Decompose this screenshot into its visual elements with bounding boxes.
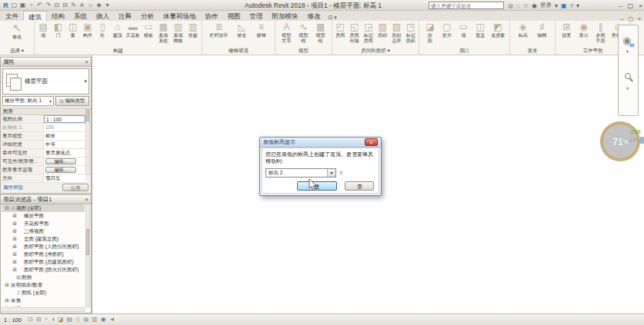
ribbon-display-toggle-icon[interactable]: ⊡ ▾ — [325, 15, 340, 21]
curtain-grid-button[interactable]: ▥幕墙 网格 — [172, 22, 185, 43]
subscription-icon[interactable]: ◌ — [516, 2, 520, 9]
no-button[interactable]: 否 — [345, 181, 374, 191]
visual-style-icon[interactable]: ⊟ — [36, 314, 42, 325]
tree-item-groups[interactable]: ⊞◳组 — [2, 304, 85, 307]
account-icon[interactable]: ◉ — [532, 2, 537, 9]
help-caret-icon[interactable]: ▾ — [576, 2, 579, 9]
grid-button[interactable]: ♯轴网 — [536, 22, 548, 38]
room-separator-button[interactable]: ◱房间 分隔 — [349, 22, 361, 43]
type-selector[interactable]: 楼层平面 ▾ — [2, 68, 89, 95]
area-boundary-button[interactable]: ▨面积 边界 — [390, 22, 402, 43]
tree-item-legends[interactable]: ▤图例 — [2, 274, 85, 281]
reveal-hidden-icon[interactable]: ◍ — [83, 314, 88, 325]
model-line-button[interactable]: ∿模型 线 — [298, 22, 310, 43]
expand-icon[interactable]: ⊞ — [12, 267, 18, 273]
view-minimize-button[interactable]: – — [620, 16, 623, 22]
orientation-value[interactable]: 项目北 — [44, 174, 85, 182]
undo-icon[interactable]: ↶ — [35, 0, 44, 11]
tree-item-area-plan-net[interactable]: ⊞面积平面 (净面积) — [2, 250, 85, 258]
close-button[interactable]: × — [639, 2, 642, 9]
tab-structure[interactable]: 结构 — [47, 11, 69, 21]
floor-button[interactable]: ▭楼板 — [142, 22, 155, 38]
tab-file[interactable]: 文件 — [1, 11, 23, 21]
revit-logo-icon[interactable]: R — [2, 0, 10, 11]
browser-hscrollbar[interactable] — [2, 307, 85, 312]
project-browser-close-icon[interactable]: × — [85, 196, 88, 204]
help-icon[interactable]: ? — [569, 2, 572, 9]
collapse-icon[interactable]: ⊟ — [4, 205, 10, 211]
constraints-icon[interactable]: ◄ — [109, 314, 115, 325]
area-button[interactable]: ▧面积 — [376, 22, 389, 38]
browser-scroll-thumb[interactable] — [86, 229, 89, 255]
crop-view-icon[interactable]: ◪ — [58, 314, 64, 325]
browser-scrollbar[interactable] — [85, 205, 90, 307]
expand-icon[interactable]: ⊞ — [12, 221, 18, 227]
tree-item-views-all[interactable]: ⊟◎视图 (全部) — [2, 204, 85, 212]
maximize-button[interactable]: ▢ — [628, 2, 634, 9]
expand-icon[interactable]: ⊞ — [4, 282, 10, 288]
expand-icon[interactable]: ⊞ — [12, 251, 18, 257]
panel-room-area-label[interactable]: 房间和面积 ▾ — [332, 47, 419, 55]
window-button[interactable]: ◫窗 — [67, 22, 79, 38]
tab-view[interactable]: 视图 — [223, 11, 245, 21]
default-3d-view-icon[interactable]: ⌂ — [86, 0, 95, 11]
exchange-apps-icon[interactable]: ▣ — [561, 2, 567, 9]
model-text-button[interactable]: A模型 文字 — [280, 22, 292, 43]
navbar-options-icon[interactable]: ◦ — [636, 26, 637, 31]
edit-type-button[interactable]: ⧉ 编辑类型 — [55, 96, 89, 106]
search-icon[interactable]: ◎ — [508, 2, 513, 9]
railing-button[interactable]: ≣栏杆扶手 — [210, 22, 229, 38]
display-options-edit-button[interactable]: 编辑... — [45, 167, 76, 173]
shadows-icon[interactable]: ◑ — [51, 314, 55, 325]
properties-scroll-thumb[interactable] — [86, 109, 89, 121]
tree-item-area-plan-civil-defense[interactable]: ⊞面积平面 (人防分区面积) — [2, 243, 85, 250]
curtain-system-button[interactable]: ▦幕墙 系统 — [157, 22, 169, 43]
properties-header[interactable]: 属性 × — [1, 58, 91, 67]
sync-icon[interactable]: ◔ — [27, 0, 35, 11]
open-icon[interactable]: ▢ — [10, 0, 18, 11]
expand-icon[interactable]: ⊞ — [12, 259, 18, 265]
instance-combo[interactable]: 楼层平面: 标高 1 ▾ — [2, 96, 54, 106]
properties-close-icon[interactable]: × — [85, 58, 88, 66]
tab-annotate[interactable]: 注释 — [114, 11, 136, 21]
tab-addins[interactable]: 附加模块 — [268, 11, 303, 21]
door-button[interactable]: ◧门 — [52, 22, 65, 38]
sun-path-icon[interactable]: ◔ — [44, 314, 48, 325]
yes-button[interactable]: 是 — [297, 181, 337, 191]
dormer-button[interactable]: ◩老虎窗 — [491, 22, 505, 38]
section-graphics[interactable]: 图形 ▴ — [1, 108, 91, 115]
ramp-button[interactable]: ◺坡道 — [235, 22, 248, 38]
tag-icon[interactable]: ✎ — [69, 0, 78, 11]
tree-item-ceiling-plans[interactable]: ⊞天花板平面 — [2, 220, 85, 227]
expand-icon[interactable]: ⊞ — [12, 228, 18, 234]
ceiling-button[interactable]: ▬天花板 — [126, 22, 140, 38]
tree-item-area-plan-fire[interactable]: ⊞面积平面 (防火分区面积) — [2, 266, 85, 274]
vertical-opening-button[interactable]: ◫垂直 — [474, 22, 486, 38]
properties-help-link[interactable]: 属性帮助 — [3, 184, 23, 191]
tree-item-families[interactable]: ⊞▣族 — [2, 297, 85, 304]
measure-icon[interactable]: ⊟ — [61, 0, 69, 11]
qat-customize-icon[interactable]: ▾ — [103, 0, 112, 11]
level-button[interactable]: ◈标高 — [517, 22, 529, 38]
model-group-button[interactable]: ▩模型 组 — [315, 22, 327, 43]
tab-insert[interactable]: 插入 — [92, 11, 114, 21]
show-crop-region-icon[interactable]: ▤ — [67, 314, 73, 325]
redo-icon[interactable]: ↷ — [44, 0, 52, 11]
dialog-title-bar[interactable]: 最低标高提示 × — [260, 138, 381, 148]
panel-select-label[interactable]: 选择 ▾ — [0, 47, 34, 55]
tree-item-elevations[interactable]: ⊞立面 (建筑立面) — [2, 235, 85, 243]
tree-item-area-plan-gross[interactable]: ⊞面积平面 (总建筑面积) — [2, 258, 85, 266]
room-button[interactable]: ◰房间 — [334, 22, 346, 38]
component-button[interactable]: ▣构件 — [82, 22, 94, 38]
tree-item-3d-views[interactable]: ⊞三维视图 — [2, 227, 85, 235]
dialog-close-button[interactable]: × — [365, 138, 378, 146]
analytical-model-icon[interactable]: ◉ — [101, 314, 106, 325]
expand-icon[interactable]: ⊞ — [4, 305, 10, 307]
section-icon[interactable]: ◈ — [95, 0, 103, 11]
roof-button[interactable]: ⌂屋顶 — [112, 22, 124, 38]
type-selector-caret-icon[interactable]: ▾ — [84, 78, 87, 85]
sign-in-button[interactable]: 登录 — [540, 2, 552, 9]
level-dropdown-caret-icon[interactable]: ▾ — [327, 169, 335, 177]
opening-by-face-button[interactable]: ◪按 面 — [424, 22, 436, 43]
expand-icon[interactable]: ⊞ — [12, 236, 18, 242]
